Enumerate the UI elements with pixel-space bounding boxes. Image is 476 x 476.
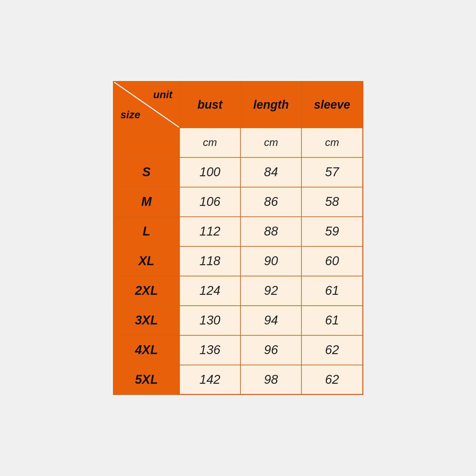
unit-row: cm cm cm bbox=[113, 128, 363, 157]
bust-xl: 118 bbox=[180, 246, 240, 276]
bust-3xl: 130 bbox=[180, 306, 240, 335]
table-row: 4XL 136 96 62 bbox=[113, 335, 363, 365]
size-xl: XL bbox=[113, 246, 180, 276]
table-row: 3XL 130 94 61 bbox=[113, 306, 363, 335]
header-row: unit size bust length sleeve bbox=[113, 82, 363, 128]
size-s: S bbox=[113, 157, 180, 187]
sleeve-l: 59 bbox=[301, 217, 363, 246]
length-2xl: 92 bbox=[240, 276, 301, 306]
size-label: size bbox=[121, 109, 140, 121]
length-3xl: 94 bbox=[240, 306, 301, 335]
bust-l: 112 bbox=[180, 217, 240, 246]
table-row: M 106 86 58 bbox=[113, 187, 363, 217]
col-header-length: length bbox=[240, 82, 301, 128]
length-4xl: 96 bbox=[240, 335, 301, 365]
sleeve-s: 57 bbox=[301, 157, 363, 187]
sleeve-xl: 60 bbox=[301, 246, 363, 276]
bust-s: 100 bbox=[180, 157, 240, 187]
length-l: 88 bbox=[240, 217, 301, 246]
unit-length: cm bbox=[240, 128, 301, 157]
length-xl: 90 bbox=[240, 246, 301, 276]
corner-cell: unit size bbox=[113, 82, 180, 128]
size-m: M bbox=[113, 187, 180, 217]
sleeve-5xl: 62 bbox=[301, 365, 363, 395]
size-5xl: 5XL bbox=[113, 365, 180, 395]
size-chart-table: unit size bust length sleeve cm cm cm S … bbox=[113, 81, 363, 395]
unit-row-corner bbox=[113, 128, 180, 157]
sleeve-m: 58 bbox=[301, 187, 363, 217]
bust-5xl: 142 bbox=[180, 365, 240, 395]
unit-sleeve: cm bbox=[301, 128, 363, 157]
table-row: S 100 84 57 bbox=[113, 157, 363, 187]
sleeve-3xl: 61 bbox=[301, 306, 363, 335]
size-4xl: 4XL bbox=[113, 335, 180, 365]
sleeve-4xl: 62 bbox=[301, 335, 363, 365]
bust-2xl: 124 bbox=[180, 276, 240, 306]
size-chart-container: unit size bust length sleeve cm cm cm S … bbox=[113, 81, 363, 395]
unit-bust: cm bbox=[180, 128, 240, 157]
size-l: L bbox=[113, 217, 180, 246]
length-m: 86 bbox=[240, 187, 301, 217]
sleeve-2xl: 61 bbox=[301, 276, 363, 306]
length-5xl: 98 bbox=[240, 365, 301, 395]
col-header-sleeve: sleeve bbox=[301, 82, 363, 128]
table-row: 5XL 142 98 62 bbox=[113, 365, 363, 395]
unit-label: unit bbox=[153, 89, 173, 101]
size-3xl: 3XL bbox=[113, 306, 180, 335]
length-s: 84 bbox=[240, 157, 301, 187]
table-row: XL 118 90 60 bbox=[113, 246, 363, 276]
bust-m: 106 bbox=[180, 187, 240, 217]
col-header-bust: bust bbox=[180, 82, 240, 128]
table-row: L 112 88 59 bbox=[113, 217, 363, 246]
size-2xl: 2XL bbox=[113, 276, 180, 306]
table-row: 2XL 124 92 61 bbox=[113, 276, 363, 306]
bust-4xl: 136 bbox=[180, 335, 240, 365]
